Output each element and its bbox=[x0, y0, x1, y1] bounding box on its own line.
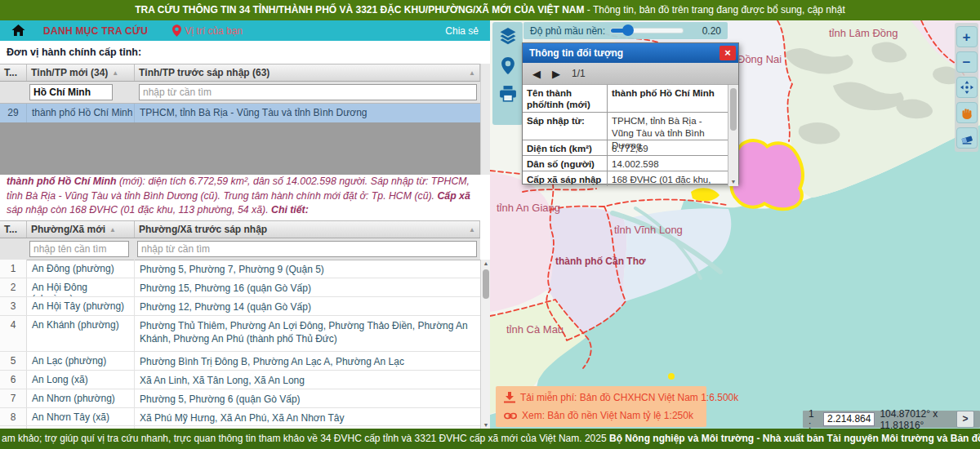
ward-table-scrollbar[interactable]: ▲ ▼ bbox=[480, 260, 490, 429]
home-icon[interactable] bbox=[11, 24, 25, 37]
app-title: TRA CỨU THÔNG TIN 34 TỈNH/THÀNH PHỐ VÀ 3… bbox=[135, 4, 584, 16]
sort-asc-icon: ▲ bbox=[112, 69, 118, 77]
scale-prefix: 1 : bbox=[808, 408, 818, 429]
popup-title: Thông tin đối tượng bbox=[529, 47, 623, 59]
close-icon[interactable]: × bbox=[719, 46, 736, 60]
table-row[interactable]: 6An Long (xã)Xã An Linh, Xã Tân Long, Xã… bbox=[0, 371, 480, 389]
opacity-value: 0.20 bbox=[702, 25, 721, 37]
map-right-toolbar: + − bbox=[955, 23, 978, 152]
scroll-up-icon[interactable]: ▲ bbox=[481, 260, 490, 266]
province-new-filter-input[interactable] bbox=[29, 84, 113, 100]
scroll-down-icon[interactable]: ▼ bbox=[728, 179, 738, 184]
ward-table-body: 1An Đông (phường)Phường 5, Phường 7, Phư… bbox=[0, 260, 480, 429]
zoom-in-button[interactable]: + bbox=[956, 26, 978, 47]
ward-old-filter-input[interactable] bbox=[137, 241, 477, 257]
opacity-label: Độ phủ mầu nền: bbox=[530, 25, 605, 37]
nav-bar: DANH MỤC TRA CỨU Vị trí của bạn Chia sẻ bbox=[0, 20, 490, 41]
scale-input[interactable]: 2.214.864 bbox=[823, 412, 875, 426]
eraser-icon bbox=[960, 132, 973, 144]
opacity-slider-bar: Độ phủ mầu nền: 0.20 bbox=[523, 22, 728, 39]
feature-info-popup: Thông tin đối tượng × ◀ ▶ 1/1 Tên thành … bbox=[522, 42, 739, 184]
footer-bar: am khảo; trợ giúp quí vị tra cứu nhanh, … bbox=[0, 429, 980, 449]
sort-asc-icon: ▲ bbox=[469, 226, 475, 233]
scrollbar-thumb[interactable] bbox=[730, 88, 737, 131]
share-button[interactable]: Chia sẻ bbox=[445, 25, 479, 37]
row-old-province: TPHCM, tỉnh Bà Rịa - Vũng Tàu và tỉnh Bì… bbox=[135, 104, 480, 122]
link-icon bbox=[504, 411, 517, 420]
pan-button[interactable] bbox=[956, 77, 978, 98]
province-filter-row bbox=[0, 82, 480, 104]
section-heading: Đơn vị hành chính cấp tỉnh: bbox=[7, 47, 141, 58]
province-table-row-selected[interactable]: 29 thành phố Hồ Chí Minh TPHCM, tỉnh Bà … bbox=[0, 104, 480, 123]
nav-location-label: Vị trí của bạn bbox=[185, 25, 243, 37]
hand-pan-button[interactable] bbox=[956, 102, 978, 123]
zoom-out-button[interactable]: − bbox=[956, 51, 978, 73]
map-label-ca-mau: tỉnh Cà Mau bbox=[506, 323, 564, 336]
col-header-index[interactable]: T... bbox=[0, 64, 27, 81]
scalebar-expand-button[interactable]: > bbox=[956, 411, 974, 428]
map-label-lam-dong: tỉnh Lâm Đồng bbox=[829, 27, 898, 39]
prev-arrow-icon[interactable]: ◀ bbox=[532, 68, 541, 80]
layers-icon[interactable] bbox=[499, 28, 517, 46]
printer-icon[interactable] bbox=[499, 86, 517, 102]
province-description: thành phố Hồ Chí Minh (mới): diện tích 6… bbox=[7, 175, 479, 218]
col-header-new-ward[interactable]: Phường/Xã mới▲ bbox=[27, 221, 135, 238]
province-table-scrollbar[interactable] bbox=[480, 64, 490, 175]
map-label-an-giang: tỉnh An Giang bbox=[497, 202, 560, 214]
table-row[interactable]: 5An Lạc (phường)Phường Bình Trị Đông B, … bbox=[0, 352, 480, 371]
province-old-filter-input[interactable] bbox=[139, 84, 477, 100]
nav-location-item[interactable]: Vị trí của bạn bbox=[172, 24, 243, 37]
view-map-link[interactable]: Xem: Bản đồ nền Việt Nam tỷ lệ 1:250k bbox=[504, 410, 693, 421]
map-area: Đồng Nai tỉnh Lâm Đồng tỉnh An Giang tỉn… bbox=[490, 20, 980, 429]
footer-org: Bộ Nông nghiệp và Môi trường - Nhà xuất … bbox=[609, 433, 980, 444]
slider-handle[interactable] bbox=[622, 24, 634, 36]
next-arrow-icon[interactable]: ▶ bbox=[552, 68, 560, 80]
table-row[interactable]: 1An Đông (phường)Phường 5, Phường 7, Phư… bbox=[0, 260, 480, 278]
detail-link[interactable]: Chi tiết: bbox=[271, 204, 309, 216]
location-pin-icon bbox=[172, 24, 181, 37]
popup-title-bar[interactable]: Thông tin đối tượng × bbox=[523, 43, 738, 63]
table-row[interactable]: 7An Nhơn (phường)Phường 5, Phường 6 (quậ… bbox=[0, 389, 480, 408]
app-subtitle: - Thông tin, bản đồ trên trang đang được… bbox=[584, 4, 844, 16]
eraser-button[interactable] bbox=[956, 127, 978, 149]
scroll-down-icon[interactable]: ▼ bbox=[481, 422, 490, 428]
locate-me-icon[interactable] bbox=[501, 57, 514, 74]
highlight-hcmc-region[interactable] bbox=[733, 142, 801, 207]
col-header-old-province[interactable]: Tỉnh/TP trước sáp nhập (63)▲ bbox=[135, 64, 480, 81]
popup-row: Cấp xã sáp nhập còn: 168 ĐVHC (01 đặc kh… bbox=[523, 171, 738, 186]
ward-filter-row bbox=[0, 238, 480, 260]
popup-row: Dân số (người) 14.002.598 bbox=[523, 156, 738, 171]
row-index: 29 bbox=[0, 104, 27, 122]
pan-arrows-icon bbox=[960, 81, 973, 94]
popup-scrollbar[interactable]: ▼ bbox=[728, 85, 738, 186]
app-title-bar: TRA CỨU THÔNG TIN 34 TỈNH/THÀNH PHỐ VÀ 3… bbox=[0, 0, 980, 20]
ward-table-header: T... Phường/Xã mới▲ Phường/Xã trước sáp … bbox=[0, 220, 480, 238]
footer-text: am khảo; trợ giúp quí vị tra cứu nhanh, … bbox=[2, 433, 609, 444]
col-header-old-ward[interactable]: Phường/Xã trước sáp nhập▲ bbox=[135, 221, 480, 238]
highlight-island-con-dao bbox=[668, 373, 675, 380]
popup-pager: 1/1 bbox=[572, 68, 586, 79]
hand-icon bbox=[960, 106, 973, 119]
ward-new-filter-input[interactable] bbox=[29, 241, 129, 257]
col-header-index[interactable]: T... bbox=[0, 221, 27, 238]
map-label-can-tho: thành phố Cần Thơ bbox=[555, 256, 646, 267]
table-row[interactable]: 4An Khánh (phường)Phường Thủ Thiêm, Phườ… bbox=[0, 316, 480, 352]
popup-row: Sáp nhập từ: TPHCM, tỉnh Bà Rịa - Vũng T… bbox=[523, 113, 738, 140]
row-new-province: thành phố Hồ Chí Minh bbox=[27, 104, 135, 122]
table-row[interactable]: 3An Hội Tây (phường)Phường 12, Phường 14… bbox=[0, 297, 480, 316]
map-links-box: Tải miễn phí: Bản đồ CHXHCN Việt Nam 1:6… bbox=[496, 386, 706, 427]
opacity-slider[interactable] bbox=[610, 28, 684, 33]
sort-asc-icon: ▲ bbox=[469, 69, 475, 77]
popup-attribute-table: Tên thành phố/tỉnh (mới) thành phố Hồ Ch… bbox=[523, 85, 738, 186]
province-table-empty-area bbox=[0, 122, 490, 175]
province-table-header: T... Tỉnh/TP mới (34)▲ Tỉnh/TP trước sáp… bbox=[0, 64, 480, 82]
scale-coordinate-bar: 1 : 2.214.864 104.87012° x 11.81816° bbox=[803, 411, 980, 428]
table-row[interactable]: 8An Nhơn Tây (xã)Xã Phú Mỹ Hưng, Xã An P… bbox=[0, 408, 480, 426]
table-row[interactable]: 2An Hội Đông (phường)Phường 15, Phường 1… bbox=[0, 278, 480, 297]
left-panel: DANH MỤC TRA CỨU Vị trí của bạn Chia sẻ … bbox=[0, 20, 490, 429]
col-header-new-province[interactable]: Tỉnh/TP mới (34)▲ bbox=[27, 64, 135, 81]
app-window: TRA CỨU THÔNG TIN 34 TỈNH/THÀNH PHỐ VÀ 3… bbox=[0, 0, 980, 449]
download-map-link[interactable]: Tải miễn phí: Bản đồ CHXHCN Việt Nam 1:6… bbox=[504, 392, 738, 403]
nav-menu-item[interactable]: DANH MỤC TRA CỨU bbox=[43, 25, 148, 37]
scrollbar-thumb[interactable] bbox=[483, 269, 489, 299]
